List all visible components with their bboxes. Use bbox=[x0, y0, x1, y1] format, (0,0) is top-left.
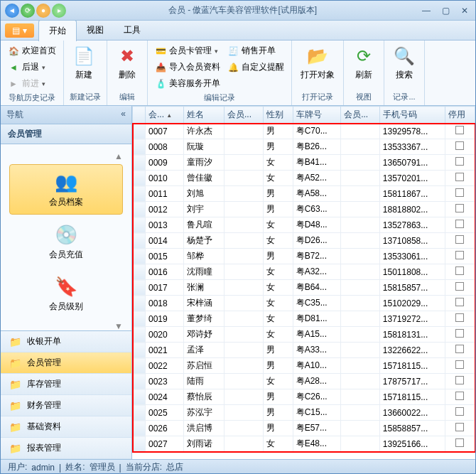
sidebar-nav-1[interactable]: 📁会员管理 bbox=[1, 352, 131, 374]
checkbox[interactable] bbox=[455, 376, 464, 384]
status-branch: 总店 bbox=[166, 461, 183, 473]
checkbox[interactable] bbox=[455, 235, 464, 244]
collapse-icon[interactable]: « bbox=[121, 109, 126, 121]
col-header-2[interactable]: 会员... bbox=[225, 107, 264, 124]
checkbox[interactable] bbox=[455, 360, 464, 369]
sidebar-nav-2[interactable]: 📁库存管理 bbox=[1, 374, 131, 395]
table-row[interactable]: 0021孟泽男粤A33...13226622... bbox=[133, 343, 475, 358]
checkbox[interactable] bbox=[455, 438, 464, 447]
scroll-down-icon[interactable]: ▼ bbox=[114, 321, 123, 330]
card-mgmt-button[interactable]: 💳会员卡管理 bbox=[153, 43, 222, 58]
checkbox[interactable] bbox=[455, 282, 464, 291]
sidebar-item-member-archive[interactable]: 👥会员档案 bbox=[9, 164, 123, 215]
table-row[interactable]: 0009童雨汐女粤B41...13650791... bbox=[133, 155, 475, 171]
sidebar-nav-0[interactable]: 📁收银开单 bbox=[1, 331, 131, 352]
tab-start[interactable]: 开始 bbox=[38, 20, 77, 41]
nav-back-icon[interactable]: ◄ bbox=[5, 4, 19, 18]
sidebar-nav-3[interactable]: 📁财务管理 bbox=[1, 395, 131, 416]
nav-forward-icon[interactable]: ▸ bbox=[52, 4, 66, 18]
col-header-3[interactable]: 性别 bbox=[263, 107, 293, 124]
table-row[interactable]: 0018宋梓涵女粤C35...15102029... bbox=[133, 296, 475, 311]
checkbox[interactable] bbox=[455, 407, 464, 416]
welcome-button[interactable]: 🏠欢迎首页 bbox=[6, 43, 58, 58]
table-row[interactable]: 0010曾佳徽女粤A52...13570201... bbox=[133, 171, 475, 186]
open-icon: 📂 bbox=[306, 45, 329, 68]
table-row[interactable]: 0020邓诗妤女粤A15...15818131... bbox=[133, 327, 475, 343]
table-row[interactable]: 0026洪启博男粤E57...15858857... bbox=[133, 421, 475, 436]
col-header-1[interactable]: 姓名 bbox=[183, 107, 224, 124]
table-row[interactable]: 0013鲁凡喧女粤D48...13527863... bbox=[133, 217, 475, 233]
checkbox[interactable] bbox=[455, 251, 464, 259]
table-row[interactable]: 0015邹桦男粤B72...13533061... bbox=[133, 249, 475, 264]
checkbox[interactable] bbox=[455, 204, 464, 212]
scroll-up-icon[interactable]: ▲ bbox=[114, 151, 123, 161]
nav-refresh-icon[interactable]: ⟳ bbox=[21, 4, 35, 18]
table-row[interactable]: 0027刘雨诺女粤E48...13925166... bbox=[133, 436, 475, 452]
members-icon: 👥 bbox=[55, 171, 77, 193]
table-row[interactable]: 0023陆雨女粤A28...17875717... bbox=[133, 374, 475, 389]
sidebar-nav-5[interactable]: 📁报表管理 bbox=[1, 438, 131, 459]
checkbox[interactable] bbox=[455, 392, 464, 400]
col-header-4[interactable]: 车牌号 bbox=[293, 107, 340, 124]
ribbon-record-label: 记录... bbox=[390, 90, 418, 102]
col-header-7[interactable]: 停用 bbox=[445, 107, 475, 124]
refresh-button[interactable]: ⟳刷新 bbox=[350, 43, 378, 82]
table-row[interactable]: 0016沈雨瞳女粤A32...15011808... bbox=[133, 264, 475, 280]
folder-icon: 📁 bbox=[9, 336, 21, 348]
import-button[interactable]: 📥导入会员资料 bbox=[153, 60, 222, 75]
data-grid[interactable]: 会... ▲姓名会员...性别车牌号会员...手机号码停用0007许永杰男粤C7… bbox=[132, 106, 475, 459]
checkbox[interactable] bbox=[455, 220, 464, 228]
sidebar-item-level[interactable]: 🔖会员级别 bbox=[9, 269, 123, 318]
folder-icon: 📁 bbox=[9, 400, 21, 411]
checkbox[interactable] bbox=[455, 157, 464, 166]
checkbox[interactable] bbox=[455, 126, 464, 134]
nav-home-icon[interactable]: ● bbox=[36, 4, 50, 18]
tab-view[interactable]: 视图 bbox=[77, 20, 114, 41]
table-row[interactable]: 0007许永杰男粤C70...13929578... bbox=[133, 124, 475, 139]
table-row[interactable]: 0024蔡怡辰男粤C26...15718115... bbox=[133, 389, 475, 405]
checkbox[interactable] bbox=[455, 345, 464, 353]
new-button[interactable]: 📄新建 bbox=[70, 43, 98, 82]
bell-icon: 🔔 bbox=[227, 62, 239, 73]
search-button[interactable]: 🔍搜索 bbox=[390, 43, 418, 82]
status-name: 管理员 bbox=[90, 461, 115, 473]
forward-button[interactable]: ►前进 bbox=[6, 76, 58, 91]
checkbox[interactable] bbox=[455, 141, 464, 150]
checkbox[interactable] bbox=[455, 423, 464, 431]
table-row[interactable]: 0022苏启恒男粤A10...15718115... bbox=[133, 358, 475, 374]
col-header-6[interactable]: 手机号码 bbox=[379, 107, 445, 124]
checkbox[interactable] bbox=[455, 188, 464, 197]
table-row[interactable]: 0019董梦绮女粤D81...13719272... bbox=[133, 311, 475, 327]
table-row[interactable]: 0008阮璇男粤B26...13533367... bbox=[133, 139, 475, 155]
remind-button[interactable]: 🔔自定义提醒 bbox=[226, 60, 286, 75]
table-row[interactable]: 0012刘宇男粤C63...18818802... bbox=[133, 202, 475, 217]
maximize-button[interactable]: ▢ bbox=[439, 4, 453, 17]
window-title: 会员 - 傲蓝汽车美容管理软件[试用版本] bbox=[66, 4, 419, 16]
back-button[interactable]: ◄后退 bbox=[6, 60, 58, 75]
col-header-5[interactable]: 会员... bbox=[341, 107, 380, 124]
delete-button[interactable]: ✖删除 bbox=[113, 43, 141, 82]
open-button[interactable]: 📂打开对象 bbox=[298, 43, 337, 82]
sidebar-nav-4[interactable]: 📁基础资料 bbox=[1, 416, 131, 438]
checkbox[interactable] bbox=[455, 298, 464, 306]
ribbon-view-label: 视图 bbox=[350, 90, 378, 102]
tab-tools[interactable]: 工具 bbox=[114, 20, 151, 41]
close-button[interactable]: ✕ bbox=[458, 4, 471, 17]
checkbox[interactable] bbox=[455, 266, 464, 275]
folder-icon: 📁 bbox=[9, 357, 21, 369]
menubar: ▤▾ 开始 视图 工具 bbox=[1, 21, 475, 41]
sale-button[interactable]: 🧾销售开单 bbox=[226, 43, 286, 58]
beauty-button[interactable]: 🧴美容服务开单 bbox=[153, 76, 222, 91]
table-row[interactable]: 0025苏泓宇男粤C15...13660022... bbox=[133, 405, 475, 421]
col-header-0[interactable]: 会... ▲ bbox=[146, 107, 184, 124]
checkbox[interactable] bbox=[455, 329, 464, 338]
sidebar-item-recharge[interactable]: 💿会员充值 bbox=[9, 217, 123, 266]
checkbox[interactable] bbox=[455, 313, 464, 322]
app-menu-button[interactable]: ▤▾ bbox=[5, 23, 34, 38]
sidebar-title: 导航« bbox=[1, 106, 131, 124]
table-row[interactable]: 0011刘旭男粤A58...15811867... bbox=[133, 186, 475, 202]
checkbox[interactable] bbox=[455, 173, 464, 181]
minimize-button[interactable]: — bbox=[419, 4, 433, 17]
table-row[interactable]: 0017张澜女粤B64...15815857... bbox=[133, 280, 475, 296]
table-row[interactable]: 0014杨楚予女粤D26...13710858... bbox=[133, 233, 475, 249]
